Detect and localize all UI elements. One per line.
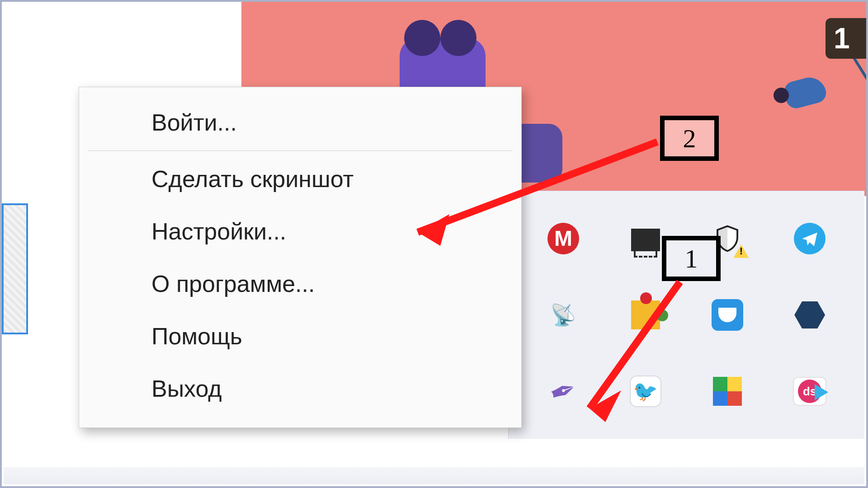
printer-icon bbox=[631, 229, 660, 251]
tray-mega-icon[interactable]: M bbox=[547, 222, 580, 255]
tray-pocket-icon[interactable] bbox=[711, 298, 744, 332]
tray-puzzle-icon[interactable] bbox=[629, 298, 662, 332]
menu-separator bbox=[88, 150, 512, 151]
tray-tiles-icon[interactable] bbox=[711, 375, 744, 408]
annotation-step-1: 1 bbox=[662, 236, 721, 281]
menu-item-settings[interactable]: Настройки... bbox=[79, 205, 521, 258]
colibri-icon: 🐦 bbox=[630, 375, 661, 407]
tray-hex-icon[interactable] bbox=[793, 298, 826, 332]
menu-item-about[interactable]: О программе... bbox=[79, 258, 521, 310]
system-tray-panel: M ! 📡 bbox=[508, 191, 864, 439]
hex-app-icon bbox=[794, 301, 825, 328]
ds-app-icon: ds bbox=[793, 377, 826, 406]
tray-ds-icon[interactable]: ds bbox=[793, 375, 826, 408]
tray-context-menu: Войти... Сделать скриншот Настройки... О… bbox=[79, 87, 522, 428]
telegram-icon bbox=[794, 223, 826, 254]
dish-icon: 📡 bbox=[550, 303, 576, 327]
menu-item-help[interactable]: Помощь bbox=[79, 310, 521, 362]
feather-icon: ✒ bbox=[544, 370, 582, 413]
tray-printer-icon[interactable] bbox=[629, 222, 662, 255]
annotation-step-2: 2 bbox=[660, 116, 719, 161]
selection-marker bbox=[2, 203, 28, 334]
puzzle-icon bbox=[631, 300, 660, 329]
wallpaper-decor-climber bbox=[767, 61, 839, 115]
menu-item-login[interactable]: Войти... bbox=[79, 96, 521, 149]
tray-colibri-icon[interactable]: 🐦 bbox=[629, 375, 662, 408]
tray-telegram-icon[interactable] bbox=[793, 222, 826, 255]
calendar-badge: 1 bbox=[826, 18, 866, 59]
tray-dish-icon[interactable]: 📡 bbox=[547, 298, 580, 332]
menu-item-exit[interactable]: Выход bbox=[79, 362, 521, 415]
taskbar-strip bbox=[4, 467, 864, 484]
pocket-icon bbox=[712, 299, 743, 331]
mega-icon: M bbox=[547, 223, 579, 254]
screenshot-frame: 1 M ! 📡 bbox=[0, 0, 868, 488]
tray-feather-icon[interactable]: ✒ bbox=[547, 375, 580, 408]
menu-item-screenshot[interactable]: Сделать скриншот bbox=[79, 153, 521, 205]
microsoft-tiles-icon bbox=[713, 377, 742, 406]
